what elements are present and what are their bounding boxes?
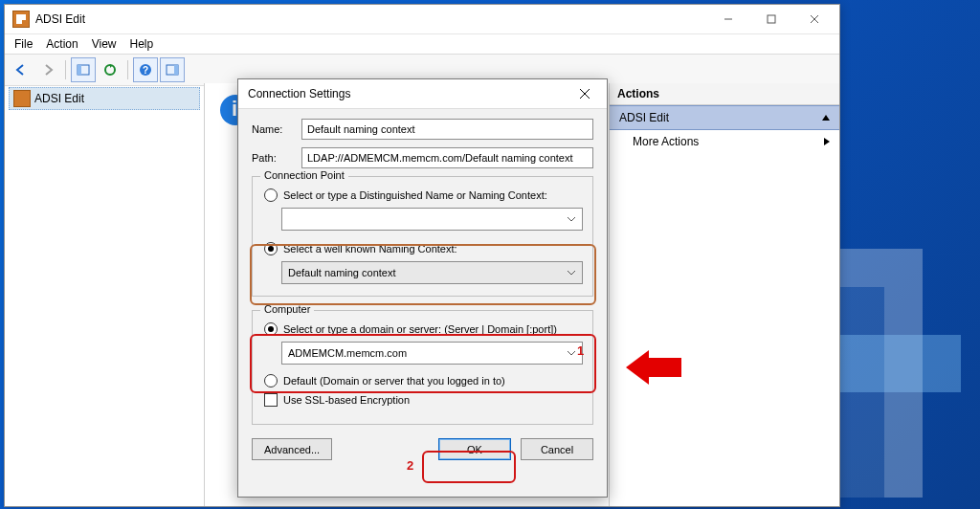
chevron-down-icon <box>565 266 578 279</box>
menubar: File Action View Help <box>5 34 839 54</box>
name-label: Name: <box>252 123 294 135</box>
actions-item-more[interactable]: More Actions <box>610 130 839 153</box>
titlebar[interactable]: ADSI Edit <box>5 5 839 34</box>
radio-icon <box>264 242 278 255</box>
minimize-button[interactable] <box>706 6 749 33</box>
close-button[interactable] <box>792 6 835 33</box>
submenu-icon <box>824 138 830 145</box>
toolbar-separator <box>127 60 128 79</box>
tree-root-adsi-edit[interactable]: ADSI Edit <box>9 87 200 110</box>
path-label: Path: <box>252 152 294 164</box>
cancel-button[interactable]: Cancel <box>521 438 593 460</box>
tree-pane[interactable]: ADSI Edit <box>5 83 205 506</box>
svg-rect-0 <box>768 15 775 23</box>
adsi-edit-icon <box>12 11 30 28</box>
radio-icon <box>264 322 278 336</box>
back-button[interactable] <box>9 57 33 82</box>
cp-radio-dn[interactable]: Select or type a Distinguished Name or N… <box>264 188 583 202</box>
cp-wellknown-combo[interactable]: Default naming context <box>281 261 583 284</box>
connection-settings-dialog: Connection Settings Name: Default naming… <box>237 78 608 498</box>
cp-radio-wellknown[interactable]: Select a well known Naming Context: <box>264 242 583 255</box>
computer-radio-server[interactable]: Select or type a domain or server: (Serv… <box>264 322 583 336</box>
actions-item-adsi-edit[interactable]: ADSI Edit <box>610 105 839 130</box>
computer-server-combo[interactable]: ADMEMCM.memcm.com <box>281 342 583 365</box>
dialog-title: Connection Settings <box>248 87 350 100</box>
adsi-edit-icon <box>13 90 31 107</box>
ssl-checkbox-row[interactable]: Use SSL-based Encryption <box>264 393 583 407</box>
connection-point-group: Connection Point Select or type a Distin… <box>252 176 593 297</box>
show-hide-tree-button[interactable] <box>71 57 96 82</box>
help-button[interactable]: ? <box>133 57 158 82</box>
radio-icon <box>264 188 278 202</box>
ok-button[interactable]: OK <box>438 438 511 460</box>
svg-text:?: ? <box>143 65 148 76</box>
dialog-titlebar[interactable]: Connection Settings <box>238 79 607 109</box>
checkbox-icon <box>264 393 278 407</box>
svg-rect-2 <box>78 65 81 75</box>
window-title: ADSI Edit <box>35 12 706 26</box>
show-hide-action-pane-button[interactable] <box>160 57 185 82</box>
advanced-button[interactable]: Advanced... <box>252 438 332 460</box>
maximize-button[interactable] <box>749 6 792 33</box>
chevron-down-icon <box>565 346 578 360</box>
toolbar-separator <box>65 60 66 79</box>
radio-icon <box>264 374 278 387</box>
menu-help[interactable]: Help <box>130 37 154 51</box>
menu-action[interactable]: Action <box>46 37 78 51</box>
name-field[interactable]: Default naming context <box>301 119 593 140</box>
dialog-close-button[interactable] <box>572 81 597 106</box>
menu-view[interactable]: View <box>92 37 117 51</box>
refresh-button[interactable] <box>98 57 122 82</box>
collapse-icon <box>822 115 830 121</box>
svg-rect-7 <box>174 65 178 75</box>
computer-legend: Computer <box>260 303 314 315</box>
chevron-down-icon <box>565 212 578 226</box>
computer-radio-default[interactable]: Default (Domain or server that you logge… <box>264 374 583 387</box>
computer-group: Computer Select or type a domain or serv… <box>252 310 593 425</box>
connection-point-legend: Connection Point <box>260 169 348 181</box>
path-field[interactable]: LDAP://ADMEMCM.memcm.com/Default naming … <box>301 147 593 168</box>
actions-pane: Actions ADSI Edit More Actions <box>609 83 839 506</box>
actions-header: Actions <box>610 83 839 105</box>
tree-root-label: ADSI Edit <box>34 92 84 105</box>
cp-dn-combo[interactable] <box>281 208 583 231</box>
forward-button[interactable] <box>35 57 60 82</box>
menu-file[interactable]: File <box>14 37 33 51</box>
